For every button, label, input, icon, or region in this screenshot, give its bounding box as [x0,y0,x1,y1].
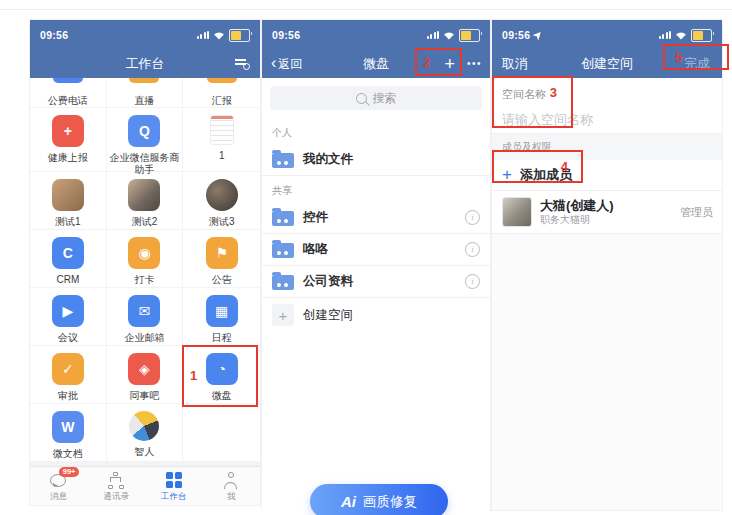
avatar [502,197,532,227]
app-icon-photo-cat [128,179,160,211]
grid-item-11[interactable]: ◉打卡 [107,230,184,288]
file-row[interactable]: 公司资料 [262,266,490,298]
app-icon: ◉ [128,237,160,269]
icon-glyph: ▦ [215,304,228,318]
app-label: 智人 [134,446,154,458]
wifi-icon [675,31,687,40]
wedrive-header: 09:56 ‹ 返回 微盘 + ••• [262,20,490,78]
grid-item-8[interactable]: 测试2 [107,172,184,230]
search-bar[interactable]: 搜索 [270,86,482,110]
grid-item-5[interactable]: Q企业微信服务商助手 [107,108,184,172]
file-name: 咯咯 [303,241,328,258]
app-label: 测试1 [55,216,81,228]
create-space-label: 创建空间 [303,307,353,324]
signal-icon [197,31,210,39]
file-row[interactable]: 我的文件 [262,144,490,176]
battery-icon [691,29,712,42]
app-grid: 公费电话直播汇报+健康上报Q企业微信服务商助手1测试1测试2测试3CCRM◉打卡… [30,78,260,462]
grid-item-3[interactable]: 汇报 [183,78,260,108]
icon-glyph: ✓ [62,362,74,376]
battery-icon [459,29,480,42]
more-button[interactable]: ••• [467,59,482,69]
grid-item-2[interactable]: 直播 [107,78,184,108]
workbench-screen: 09:56 工作台 公费电话直播汇报+健康上报Q企业微信服务商助手1测试1测试2… [30,20,260,505]
app-icon-photo-round [206,179,238,211]
app-label: 健康上报 [48,152,88,164]
status-time: 09:56 [272,29,300,41]
tab-label: 消息 [50,492,67,501]
add-button[interactable]: + [444,55,455,73]
nav-bar: 取消 创建空间 完成 [492,50,722,78]
add-member-label: 添加成员 [520,166,572,184]
grid-item-12[interactable]: ⚑公告 [183,230,260,288]
tab-grid[interactable]: 工作台 [145,467,203,505]
tab-chat[interactable]: 99+消息 [30,467,88,505]
folder-icon [272,153,294,168]
grid-item-18[interactable]: ◔微盘 [183,346,260,404]
location-arrow-icon [533,29,544,40]
member-name: 大猫(创建人) [540,199,614,212]
info-icon[interactable] [465,210,480,225]
file-row[interactable]: 控件 [262,202,490,234]
icon-glyph: Q [139,124,150,138]
page-title: 创建空间 [581,55,633,73]
info-icon[interactable] [465,242,480,257]
space-name-input[interactable]: 请输入空间名称 [492,107,722,134]
grid-item-1[interactable]: 公费电话 [30,78,107,108]
status-icons [197,29,251,42]
app-icon: + [52,115,84,147]
grid-item-17[interactable]: ◈同事吧 [107,346,184,404]
tab-label: 通讯录 [104,492,130,501]
back-button[interactable]: ‹ 返回 [271,56,302,73]
member-row[interactable]: 大猫(创建人)职务大猫明管理员 [492,191,722,234]
create-space-body: 空间名称 请输入空间名称 成员及权限 + 添加成员 大猫(创建人)职务大猫明管理… [492,78,722,510]
grid-item-6[interactable]: 1 [183,108,260,172]
ai-enhance-button[interactable]: Ai 画质修复 [310,484,448,515]
wifi-icon [443,31,455,40]
app-icon-pie [129,411,159,441]
person-icon [222,472,240,489]
app-label: 公费电话 [48,95,88,107]
section-label: 共享 [262,176,490,202]
app-label: 企业邮箱 [124,332,164,344]
nav-actions: + ••• [444,55,482,73]
add-member-row[interactable]: + 添加成员 [492,160,722,191]
file-row[interactable]: 咯咯 [262,234,490,266]
grid-item-13[interactable]: ▶会议 [30,288,107,346]
tab-org[interactable]: 通讯录 [88,467,146,505]
nav-bar: 工作台 [30,50,260,78]
workbench-header: 09:56 工作台 [30,20,260,78]
grid-item-20[interactable]: 智人 [107,404,184,462]
grid-item-7[interactable]: 测试1 [30,172,107,230]
grid-item-14[interactable]: ✉企业邮箱 [107,288,184,346]
done-button[interactable]: 完成 [684,55,710,73]
grid-item-10[interactable]: CCRM [30,230,107,288]
section-label: 个人 [262,118,490,144]
page-top-divider [0,9,732,10]
ai-label: 画质修复 [363,493,417,511]
status-time: 09:56 [502,29,542,41]
grid-item-9[interactable]: 测试3 [183,172,260,230]
folder-icon [272,243,294,258]
org-icon [107,472,125,489]
icon-glyph: ◔ [217,362,225,376]
app-icon-photo-tan [52,179,84,211]
app-label: 测试2 [132,216,158,228]
info-icon[interactable] [465,274,480,289]
create-space-row[interactable]: + 创建空间 [262,298,490,332]
member-subtitle: 职务大猫明 [540,215,614,225]
file-name: 公司资料 [303,273,353,290]
filter-icon[interactable] [235,58,250,70]
app-icon: ◈ [128,353,160,385]
tab-person[interactable]: 我 [203,467,261,505]
file-name: 控件 [303,209,328,226]
grid-item-19[interactable]: W微文档 [30,404,107,462]
grid-item-4[interactable]: +健康上报 [30,108,107,172]
cancel-button[interactable]: 取消 [502,55,528,73]
folder-icon [272,275,294,290]
chevron-left-icon: ‹ [271,55,276,71]
grid-item-16[interactable]: ✓审批 [30,346,107,404]
grid-item-15[interactable]: ▦日程 [183,288,260,346]
status-icons [427,29,481,42]
app-label: 审批 [58,390,78,402]
